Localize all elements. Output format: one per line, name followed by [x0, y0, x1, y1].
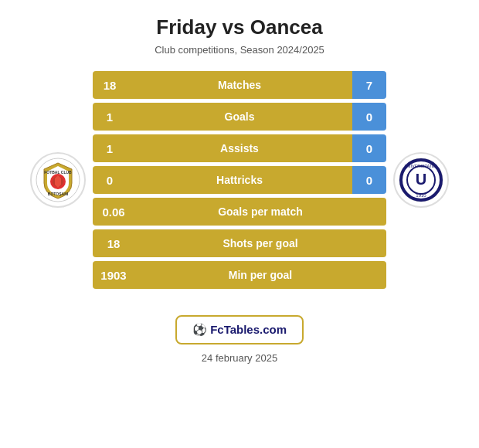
date-label: 24 february 2025 — [202, 352, 277, 364]
min-per-goal-val: 1903 — [93, 261, 134, 289]
stat-row-shots-per-goal: 18 Shots per goal — [93, 229, 386, 257]
matches-right-val: 7 — [352, 71, 386, 99]
fctables-logo: ⚽ FcTables.com — [175, 315, 304, 344]
botosani-logo: FOTBAL CLUB BOTOŞANI — [30, 152, 86, 208]
hattricks-left-val: 0 — [93, 166, 127, 194]
goals-per-match-val: 0.06 — [93, 198, 134, 226]
stat-row-goals: 1 Goals 0 — [93, 103, 386, 131]
goals-right-val: 0 — [352, 103, 386, 131]
stat-row-matches: 18 Matches 7 — [93, 71, 386, 99]
stats-area: 18 Matches 7 1 Goals 0 1 Assists 0 0 Hat… — [93, 71, 386, 289]
min-per-goal-label: Min per goal — [134, 261, 386, 289]
svg-text:FOTBAL CLUB: FOTBAL CLUB — [44, 170, 72, 175]
svg-text:BOTOŞANI: BOTOŞANI — [48, 192, 69, 196]
right-team-logo: U 1910 UNIVERSITATEA — [386, 152, 456, 208]
stat-row-assists: 1 Assists 0 — [93, 134, 386, 162]
page-subtitle: Club competitions, Season 2024/2025 — [155, 44, 324, 56]
goals-per-match-label: Goals per match — [134, 198, 386, 226]
stat-row-goals-per-match: 0.06 Goals per match — [93, 198, 386, 226]
hattricks-label: Hattricks — [127, 166, 352, 194]
shots-per-goal-val: 18 — [93, 229, 134, 257]
logo-prefix: ⚽ — [192, 323, 210, 336]
main-content: FOTBAL CLUB BOTOŞANI 18 Matches 7 1 Goal… — [8, 71, 471, 289]
logo-text: FcTables.com — [210, 323, 287, 336]
u-logo: U 1910 UNIVERSITATEA — [393, 152, 449, 208]
svg-text:UNIVERSITATEA: UNIVERSITATEA — [405, 164, 438, 168]
hattricks-right-val: 0 — [352, 166, 386, 194]
assists-right-val: 0 — [352, 134, 386, 162]
matches-left-val: 18 — [93, 71, 127, 99]
shots-per-goal-label: Shots per goal — [134, 229, 386, 257]
page-container: Friday vs Oancea Club competitions, Seas… — [0, 0, 479, 448]
stat-row-min-per-goal: 1903 Min per goal — [93, 261, 386, 289]
left-team-logo: FOTBAL CLUB BOTOŞANI — [23, 152, 93, 208]
goals-left-val: 1 — [93, 103, 127, 131]
svg-text:U: U — [416, 171, 426, 188]
assists-label: Assists — [127, 134, 352, 162]
goals-label: Goals — [127, 103, 352, 131]
svg-text:1910: 1910 — [416, 193, 426, 198]
page-title: Friday vs Oancea — [156, 15, 322, 39]
assists-left-val: 1 — [93, 134, 127, 162]
stat-row-hattricks: 0 Hattricks 0 — [93, 166, 386, 194]
matches-label: Matches — [127, 71, 352, 99]
